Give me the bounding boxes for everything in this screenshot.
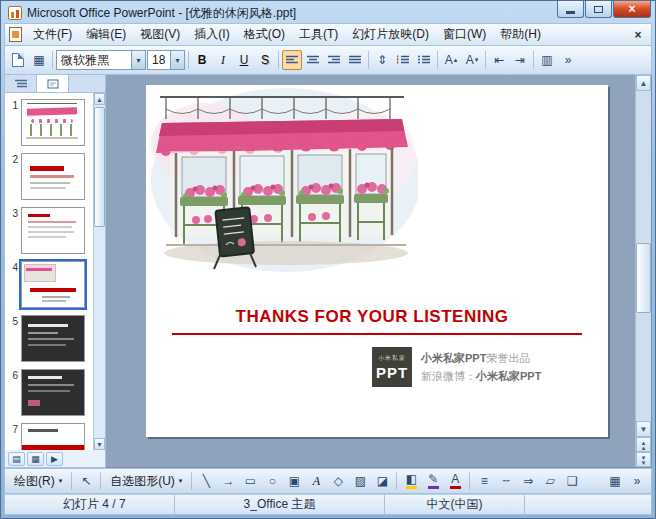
minimize-button[interactable]	[557, 1, 584, 18]
line-spacing-button[interactable]: ⇕	[372, 50, 392, 70]
dash-style-button[interactable]: ╌	[496, 471, 516, 491]
scroll-down-icon[interactable]: ▼	[94, 438, 105, 450]
scroll-up-icon[interactable]: ▲	[636, 75, 651, 91]
menu-window[interactable]: 窗口(W)	[436, 23, 493, 46]
editor-scroll-thumb[interactable]	[636, 243, 651, 313]
slide-canvas[interactable]: THANKS FOR YOUR LISTENING 小米私家 PPT 小米私家P…	[146, 85, 608, 437]
font-name-select[interactable]: 微软雅黑 ▾	[56, 50, 146, 70]
menu-insert[interactable]: 插入(I)	[187, 23, 236, 46]
menu-edit[interactable]: 编辑(E)	[79, 23, 133, 46]
separator	[368, 51, 369, 69]
justify-button[interactable]	[345, 50, 365, 70]
slide-design-button[interactable]: ▥	[537, 50, 557, 70]
font-color-icon: A	[451, 474, 459, 485]
numbered-list-button[interactable]	[393, 50, 413, 70]
oval-tool-button[interactable]: ○	[262, 471, 282, 491]
new-slide-button[interactable]	[8, 50, 28, 70]
autoshapes-menu-button[interactable]: 自选图形(U) ▾	[105, 471, 187, 492]
maximize-button[interactable]	[585, 1, 612, 18]
arrow-style-button[interactable]: ⇒	[518, 471, 538, 491]
document-close-button[interactable]: ×	[627, 26, 649, 44]
rectangle-tool-button[interactable]: ▭	[240, 471, 260, 491]
slide-thumbnail-5[interactable]	[21, 315, 85, 362]
menu-slideshow[interactable]: 幻灯片放映(D)	[345, 23, 436, 46]
align-left-button[interactable]	[282, 50, 302, 70]
text-shadow-button[interactable]: S	[255, 50, 275, 70]
insert-picture-button[interactable]: ◪	[372, 471, 392, 491]
threed-style-button[interactable]: ❑	[562, 471, 582, 491]
slide-thumbnail-2[interactable]	[21, 153, 85, 200]
panel-scroll-thumb[interactable]	[94, 107, 105, 227]
slide-thumbnail-1[interactable]	[21, 99, 85, 146]
increase-indent-button[interactable]: ⇥	[510, 50, 530, 70]
arrow-down-icon: ▾	[475, 56, 479, 64]
credit-line-1: 小米私家PPT荣誉出品	[421, 349, 541, 367]
title-bar[interactable]: Microsoft Office PowerPoint - [优雅的休闲风格.p…	[4, 1, 652, 23]
arrow-tool-button[interactable]: →	[218, 471, 238, 491]
menu-file[interactable]: 文件(F)	[26, 23, 79, 46]
select-pointer-button[interactable]: ↖	[76, 471, 96, 491]
menu-view[interactable]: 视图(V)	[133, 23, 187, 46]
thumbnail-row: 4	[8, 261, 91, 308]
table-button[interactable]: ▦	[29, 50, 49, 70]
editor-scrollbar[interactable]: ▲ ▼ ▴ ▴ ▾ ▾	[635, 75, 651, 467]
menu-format[interactable]: 格式(O)	[237, 23, 292, 46]
status-theme[interactable]: 3_Office 主题	[175, 495, 385, 514]
italic-button[interactable]: I	[213, 50, 233, 70]
status-language[interactable]: 中文(中国)	[385, 495, 525, 514]
shadow-style-button[interactable]: ▱	[540, 471, 560, 491]
editor-scroll-track[interactable]	[636, 91, 651, 421]
chevron-down-icon[interactable]: ▾	[170, 51, 184, 69]
underline-button[interactable]: U	[234, 50, 254, 70]
title-underline	[172, 333, 582, 335]
diagram-button[interactable]: ◇	[328, 471, 348, 491]
thumbnail-row: 3	[8, 207, 91, 254]
tab-outline[interactable]	[5, 75, 37, 92]
scroll-up-icon[interactable]: ▲	[94, 93, 105, 105]
align-left-icon	[286, 55, 298, 65]
fill-color-button[interactable]: ◧	[401, 471, 421, 491]
draw-menu-button[interactable]: 绘图(R) ▾	[9, 471, 67, 492]
grid-settings-button[interactable]: ▦	[605, 471, 625, 491]
font-color-button[interactable]: A	[445, 471, 465, 491]
align-center-button[interactable]	[303, 50, 323, 70]
increase-font-button[interactable]: A▴	[441, 50, 461, 70]
panel-scrollbar[interactable]: ▲ ▼	[93, 93, 105, 450]
slide-thumbnail-7[interactable]	[21, 423, 85, 450]
textbox-tool-button[interactable]: ▣	[284, 471, 304, 491]
bold-button[interactable]: B	[192, 50, 212, 70]
scroll-down-icon[interactable]: ▼	[636, 421, 651, 437]
decrease-indent-button[interactable]: ⇤	[489, 50, 509, 70]
slide-thumbnail-4[interactable]	[21, 261, 85, 308]
drawbar-options-button[interactable]: »	[627, 471, 647, 491]
chevron-down-icon[interactable]: ▾	[131, 51, 145, 69]
slide-title[interactable]: THANKS FOR YOUR LISTENING	[146, 307, 598, 327]
line-style-button[interactable]: ≡	[474, 471, 494, 491]
line-tool-button[interactable]: ╲	[196, 471, 216, 491]
slideshow-view-button[interactable]: ▶	[46, 452, 63, 466]
formatting-toolbar: ▦ 微软雅黑 ▾ 18 ▾ B I U S ⇕	[4, 46, 652, 75]
justify-icon	[349, 55, 361, 65]
panel-scroll-track[interactable]	[94, 105, 105, 438]
tab-slides[interactable]	[37, 75, 69, 92]
slide-thumbnail-3[interactable]	[21, 207, 85, 254]
thumb-art	[28, 400, 40, 406]
slide-sorter-view-button[interactable]: ▦	[27, 452, 44, 466]
previous-slide-button[interactable]: ▴ ▴	[636, 437, 651, 452]
decrease-font-button[interactable]: A▾	[462, 50, 482, 70]
credit-rest-1: 荣誉出品	[486, 352, 530, 364]
line-color-button[interactable]: ✎	[423, 471, 443, 491]
clipart-button[interactable]: ▨	[350, 471, 370, 491]
menu-tools[interactable]: 工具(T)	[292, 23, 345, 46]
credits-block[interactable]: 小米私家 PPT 小米私家PPT荣誉出品 新浪微博：小米私家PPT	[372, 347, 541, 387]
toolbar-options-button[interactable]: »	[558, 50, 578, 70]
bullet-list-button[interactable]	[414, 50, 434, 70]
next-slide-button[interactable]: ▾ ▾	[636, 452, 651, 467]
menu-help[interactable]: 帮助(H)	[493, 23, 548, 46]
wordart-button[interactable]: A	[306, 471, 326, 491]
slide-thumbnail-6[interactable]	[21, 369, 85, 416]
close-button[interactable]: ×	[613, 1, 651, 18]
font-size-select[interactable]: 18 ▾	[147, 50, 185, 70]
align-right-button[interactable]	[324, 50, 344, 70]
normal-view-button[interactable]: ▤	[8, 452, 25, 466]
